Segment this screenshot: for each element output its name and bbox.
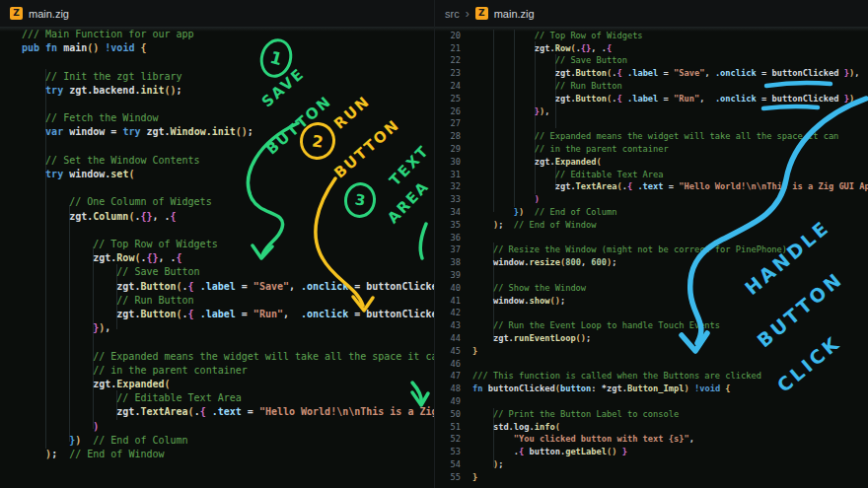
- line-number: 40: [435, 282, 472, 295]
- code-line: // Init the zgt library: [22, 70, 434, 84]
- line-number: 54: [435, 458, 472, 471]
- zig-icon: Z: [10, 7, 23, 20]
- line-number: 32: [435, 180, 472, 193]
- line-number: 50: [435, 408, 472, 421]
- line-number: 55: [435, 471, 472, 484]
- line-number: 25: [435, 93, 472, 105]
- code-line: 51 std.log.info(: [435, 421, 868, 434]
- code-line: 53 .{ button.getLabel() }: [435, 446, 868, 458]
- breadcrumb-file[interactable]: main.zig: [494, 8, 535, 20]
- line-number: 31: [435, 169, 472, 181]
- line-number: 48: [435, 383, 472, 395]
- code-line: // Editable Text Area: [22, 391, 434, 405]
- left-editor-panel: Z main.zig /// Main Function for our app…: [0, 0, 434, 488]
- code-line: 29 // in the parent container: [435, 143, 868, 156]
- line-number: 41: [435, 295, 472, 308]
- code-line: 28 // Expanded means the widget will tak…: [435, 130, 868, 143]
- line-number: 38: [435, 256, 472, 269]
- code-line: 44 zgt.runEventLoop();: [435, 332, 868, 345]
- code-line: [22, 224, 434, 238]
- left-code-area[interactable]: /// Main Function for our apppub fn main…: [0, 28, 434, 461]
- code-line: ); // End of Window: [22, 448, 434, 461]
- code-line: try zgt.backend.init();: [22, 84, 434, 98]
- code-line: // Fetch the Window: [22, 111, 434, 125]
- annotation-step3-number: 3: [354, 190, 367, 209]
- line-number: 33: [435, 193, 472, 206]
- code-line: ): [22, 420, 434, 434]
- breadcrumb-folder[interactable]: src: [445, 8, 460, 20]
- line-number: 44: [435, 332, 472, 345]
- line-number: 39: [435, 269, 472, 282]
- code-line: 32 zgt.TextArea(.{ .text = "Hello World!…: [435, 180, 868, 193]
- line-number: 23: [435, 67, 472, 80]
- code-line: zgt.Button(.{ .label = "Run", .onclick =…: [22, 308, 434, 321]
- code-line: // Run Button: [22, 294, 434, 308]
- code-line: }) // End of Column: [22, 434, 434, 448]
- line-number: 21: [435, 42, 472, 55]
- line-number: 53: [435, 446, 472, 458]
- code-line: 48fn buttonClicked(button: *zgt.Button_I…: [435, 383, 868, 395]
- code-line: 23 zgt.Button(.{ .label = "Save", .oncli…: [435, 67, 868, 80]
- line-number: 30: [435, 156, 472, 169]
- code-line: // in the parent container: [22, 364, 434, 378]
- code-line: zgt.Row(.{}, .{: [22, 251, 434, 265]
- code-line: zgt.TextArea(.{ .text = "Hello World!\n\…: [22, 405, 434, 419]
- code-line: 34 }) // End of Column: [435, 206, 868, 219]
- code-line: 33 ): [435, 193, 868, 206]
- tab-main-zig[interactable]: Z main.zig: [0, 0, 83, 27]
- tab-bar-shadow: [0, 27, 434, 32]
- code-line: 21 zgt.Row(.{}, .{: [435, 42, 868, 55]
- code-line: zgt.Expanded(: [22, 378, 434, 391]
- line-number: 37: [435, 244, 472, 256]
- line-number: 26: [435, 105, 472, 118]
- code-line: 38 window.resize(800, 600);: [435, 256, 868, 269]
- chevron-right-icon: ›: [466, 7, 470, 21]
- code-line: 55}: [435, 471, 868, 484]
- line-number: 49: [435, 395, 472, 408]
- line-number: 29: [435, 143, 472, 156]
- line-number: 52: [435, 433, 472, 446]
- code-line: 25 zgt.Button(.{ .label = "Run", .onclic…: [435, 93, 868, 105]
- line-number: 45: [435, 345, 472, 358]
- code-line: pub fn main() !void {: [22, 41, 434, 55]
- vscode-split-view: Z main.zig /// Main Function for our app…: [0, 0, 868, 488]
- code-line: 54 );: [435, 458, 868, 471]
- line-number: 47: [435, 370, 472, 383]
- code-line: 31 // Editable Text Area: [435, 169, 868, 181]
- line-number: 27: [435, 117, 472, 130]
- line-number: 51: [435, 421, 472, 434]
- breadcrumb-bar: src › Z main.zig: [435, 0, 868, 27]
- code-line: 24 // Run Button: [435, 80, 868, 93]
- tab-label: main.zig: [29, 8, 69, 20]
- code-line: // Expanded means the widget will take a…: [22, 350, 434, 364]
- line-number: 22: [435, 54, 472, 67]
- code-line: [22, 335, 434, 349]
- code-line: 52 "You clicked button with text {s}",: [435, 433, 868, 446]
- zig-icon: Z: [475, 7, 488, 20]
- code-line: 30 zgt.Expanded(: [435, 156, 868, 169]
- line-number: 43: [435, 319, 472, 332]
- code-line: 22 // Save Button: [435, 54, 868, 67]
- left-tab-bar: Z main.zig: [0, 0, 434, 27]
- code-line: }),: [22, 321, 434, 335]
- right-editor-panel: src › Z main.zig 19 20 // Top Row of Wid…: [434, 0, 868, 488]
- line-number: 24: [435, 80, 472, 93]
- code-line: 27: [435, 117, 868, 130]
- code-line: 49: [435, 395, 868, 408]
- line-number: 35: [435, 219, 472, 232]
- breadcrumb-bar-shadow: [435, 27, 868, 32]
- line-number: 42: [435, 307, 472, 319]
- code-line: 50 // Print the Button Label to console: [435, 408, 868, 421]
- code-line: try window.set(: [22, 168, 434, 181]
- breadcrumb: src › Z main.zig: [435, 7, 544, 21]
- code-line: 39: [435, 269, 868, 282]
- code-line: // Top Row of Widgets: [22, 238, 434, 251]
- code-line: 43 // Run the Event Loop to handle Touch…: [435, 319, 868, 332]
- line-number: 28: [435, 130, 472, 143]
- code-line: // Save Button: [22, 265, 434, 279]
- code-line: [22, 55, 434, 69]
- line-number: 36: [435, 232, 472, 244]
- line-number: 34: [435, 206, 472, 219]
- code-line: zgt.Column(.{}, .{: [22, 210, 434, 224]
- line-number: 46: [435, 358, 472, 371]
